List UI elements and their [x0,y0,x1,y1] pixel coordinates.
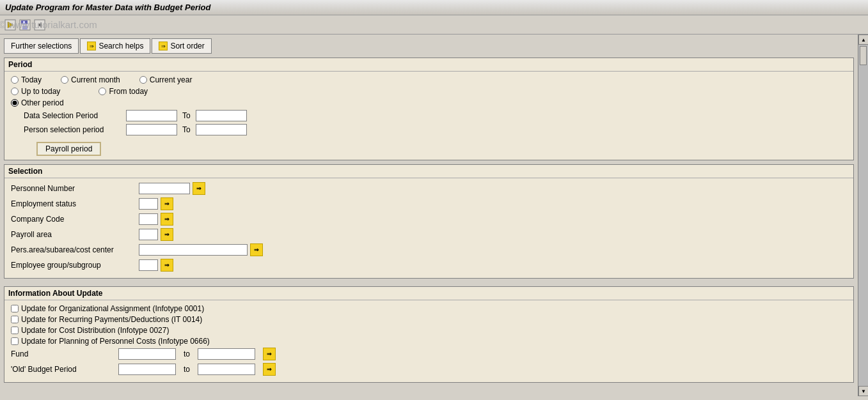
info-section-body: Update for Organizational Assignment (In… [4,300,853,382]
pers-area-arrow-btn[interactable]: ⇒ [250,243,263,256]
employee-group-label: Employee group/subgroup [11,261,139,270]
watermark: © www.tutorialkart.com [0,19,456,30]
employment-status-label: Employment status [11,199,139,208]
period-section-body: Today Current month Current year [4,72,853,160]
cb-org-assignment[interactable] [11,305,19,312]
pers-area-label: Pers.area/subarea/cost center [11,245,139,254]
radio-current-year-input[interactable] [139,76,147,84]
radio-up-to-today[interactable]: Up to today [11,87,60,96]
scroll-down-btn[interactable]: ▼ [858,386,868,396]
info-section-title: Information About Update [4,287,853,300]
payroll-period-button[interactable]: Payroll period [36,142,101,156]
period-section: Period Today Current month Current year [4,58,854,160]
old-budget-to: to [184,365,190,374]
execute-icon[interactable] [4,19,17,31]
radio-from-today-input[interactable] [99,88,106,95]
selection-section-title: Selection [4,165,853,178]
data-selection-period-to[interactable] [196,110,247,121]
scroll-up-btn[interactable]: ▲ [858,35,868,45]
right-scrollbar[interactable]: ▲ ▼ [858,35,868,396]
person-selection-period-from[interactable] [126,124,177,135]
employment-status-input[interactable] [139,198,158,210]
tab-sort-order[interactable]: ⇒ Sort order [152,38,211,54]
cb-personnel-costs-label: Update for Planning of Personnel Costs (… [21,337,210,346]
person-selection-to: To [182,125,191,134]
radio-current-year[interactable]: Current year [139,75,193,84]
radio-other-period-input[interactable] [11,99,19,107]
radio-row-2: Up to today From today [11,87,847,96]
cb-recurring-payments[interactable] [11,316,19,323]
app-title: Update Program for Master Data with Budg… [5,3,210,12]
data-selection-period-from[interactable] [126,110,177,121]
pers-area-input[interactable] [139,244,248,256]
payroll-area-input[interactable] [139,229,158,240]
cb-row-1: Update for Recurring Payments/Deductions… [11,315,847,324]
back-icon[interactable] [33,19,46,31]
svg-rect-5 [22,26,28,29]
old-budget-to-input[interactable] [198,364,255,375]
radio-up-to-today-input[interactable] [11,88,19,95]
radio-today[interactable]: Today [11,75,42,84]
fund-arrow-btn[interactable]: ⇒ [263,348,276,360]
svg-rect-6 [23,21,25,24]
cb-row-0: Update for Organizational Assignment (In… [11,304,847,313]
data-selection-to: To [182,111,191,120]
payroll-area-label: Payroll area [11,230,139,239]
sel-row-personnel-number: Personnel Number ⇒ [11,182,847,195]
employment-status-arrow-btn[interactable]: ⇒ [161,197,173,210]
old-budget-label: 'Old' Budget Period [11,365,113,374]
tab-search-helps[interactable]: ⇒ Search helps [80,38,150,54]
period-section-title: Period [4,58,853,72]
fund-row: Fund to ⇒ [11,348,847,360]
info-section: Information About Update Update for Orga… [4,286,854,383]
fund-to: to [184,350,190,358]
data-selection-period-label: Data Selection Period [24,111,126,120]
employee-group-input[interactable] [139,259,158,271]
cb-cost-distribution[interactable] [11,327,19,334]
save-icon[interactable] [19,19,31,31]
tab-further-selections[interactable]: Further selections [4,38,79,54]
fund-to-input[interactable] [198,348,255,360]
personnel-number-arrow-btn[interactable]: ⇒ [193,182,205,195]
old-budget-row: 'Old' Budget Period to ⇒ [11,363,847,376]
personnel-number-label: Personnel Number [11,184,139,193]
person-selection-period-label: Person selection period [24,125,126,134]
cb-cost-distribution-label: Update for Cost Distribution (Infotype 0… [21,326,169,335]
radio-from-today[interactable]: From today [99,87,148,96]
scroll-thumb[interactable] [860,46,867,65]
radio-other-period[interactable]: Other period [11,98,64,107]
sel-row-employment-status: Employment status ⇒ [11,197,847,210]
radio-today-input[interactable] [11,76,19,84]
sel-row-employee-group: Employee group/subgroup ⇒ [11,259,847,272]
person-selection-period-to[interactable] [196,124,247,135]
sel-row-payroll-area: Payroll area ⇒ [11,228,847,241]
personnel-number-input[interactable] [139,183,190,194]
cb-row-2: Update for Cost Distribution (Infotype 0… [11,326,847,335]
toolbar: © www.tutorialkart.com [0,15,868,35]
company-code-label: Company Code [11,215,139,224]
main-content: Further selections ⇒ Search helps ⇒ Sort… [0,35,858,396]
scroll-track [858,45,868,386]
company-code-arrow-btn[interactable]: ⇒ [161,213,173,226]
data-selection-period-row: Data Selection Period To [24,110,847,121]
old-budget-from-input[interactable] [118,364,176,375]
radio-current-month-input[interactable] [61,76,68,84]
selection-section-body: Personnel Number ⇒ Employment status ⇒ C… [4,178,853,278]
cb-personnel-costs[interactable] [11,337,19,345]
sel-row-pers-area: Pers.area/subarea/cost center ⇒ [11,243,847,256]
title-bar: Update Program for Master Data with Budg… [0,0,868,15]
radio-current-month[interactable]: Current month [61,75,120,84]
payroll-area-arrow-btn[interactable]: ⇒ [161,228,173,241]
radio-row-3: Other period [11,98,847,107]
cb-org-assignment-label: Update for Organizational Assignment (In… [21,304,204,313]
sel-row-company-code: Company Code ⇒ [11,213,847,226]
cb-row-3: Update for Planning of Personnel Costs (… [11,337,847,346]
person-selection-period-row: Person selection period To [24,124,847,135]
company-code-input[interactable] [139,213,158,225]
fund-from-input[interactable] [118,348,176,360]
fund-label: Fund [11,350,113,358]
cb-recurring-payments-label: Update for Recurring Payments/Deductions… [21,315,202,324]
old-budget-arrow-btn[interactable]: ⇒ [263,363,276,376]
radio-row-1: Today Current month Current year [11,75,847,84]
employee-group-arrow-btn[interactable]: ⇒ [161,259,173,272]
